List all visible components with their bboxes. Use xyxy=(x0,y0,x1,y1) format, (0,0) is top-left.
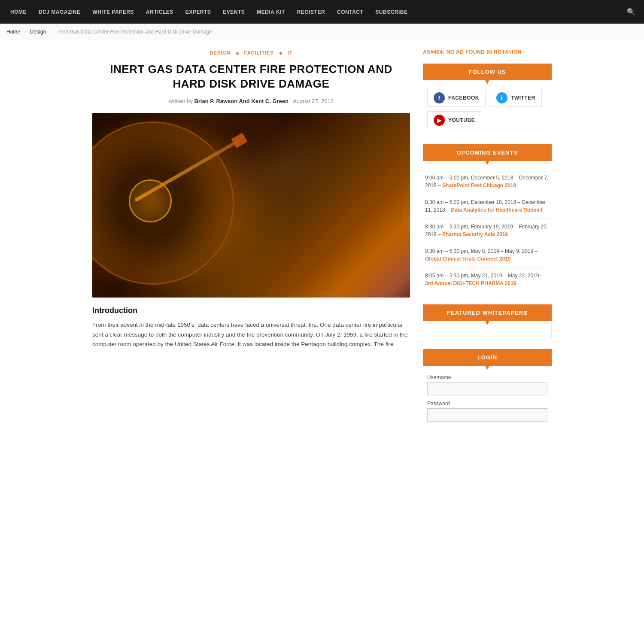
event-item-2: 8:30 am – 5:00 pm, December 10, 2018 – D… xyxy=(425,194,550,219)
upcoming-events-header: UPCOMING EVENTS xyxy=(423,144,552,161)
event-time-5: 8:05 am – 5:30 pm, May 21, 2019 – May 22… xyxy=(425,273,544,279)
article-meta: written by Brian P. Rawson And Kent C. G… xyxy=(92,98,410,104)
event-item-5: 8:05 am – 5:30 pm, May 21, 2019 – May 22… xyxy=(425,267,550,292)
intro-heading: Introduction xyxy=(92,306,410,315)
twitter-label: TWITTER xyxy=(511,95,535,101)
login-widget: LOGIN Username Password xyxy=(423,349,552,431)
article-date: August 27, 2012 xyxy=(293,98,334,104)
nav-dcj-magazine[interactable]: DCJ MAGAZINE xyxy=(33,0,86,24)
breadcrumb: Home › Design › Inert Gas Data Center Fi… xyxy=(0,24,644,40)
nav-home[interactable]: HOME xyxy=(4,0,33,24)
nav-contact[interactable]: CONTACT xyxy=(331,0,369,24)
hero-image xyxy=(92,113,410,298)
event-link-4[interactable]: Global Clinical Trials Connect 2019 xyxy=(425,256,510,262)
event-item-1: 9:00 am – 5:00 pm, December 5, 2018 – De… xyxy=(425,170,550,194)
event-link-3[interactable]: Pharma Security Asia 2019 xyxy=(442,231,508,237)
category-separator-1: ◆ xyxy=(236,51,239,55)
category-design[interactable]: DESIGN xyxy=(210,50,231,55)
written-by-label: written by xyxy=(169,98,193,104)
event-item-3: 8:30 am – 5:30 pm, February 19, 2019 – F… xyxy=(425,219,550,243)
event-time-4: 8:30 am – 5:30 pm, May 8, 2019 – May 9, … xyxy=(425,248,538,254)
username-input[interactable] xyxy=(427,382,547,395)
twitter-icon: t xyxy=(496,92,507,103)
category-tags: DESIGN ◆ FACILITIES ◆ IT xyxy=(92,49,410,56)
category-it[interactable]: IT xyxy=(288,50,293,55)
page-container: DESIGN ◆ FACILITIES ◆ IT INERT GAS DATA … xyxy=(86,40,558,450)
event-link-5[interactable]: 3rd Annual DIGI-TECH PHARMA 2019 xyxy=(425,280,516,286)
follow-us-widget: FOLLOW US f FACEBOOK t TWITTER ▶ YOUTUBE xyxy=(423,64,552,134)
breadcrumb-section[interactable]: Design xyxy=(30,29,46,35)
follow-us-header: FOLLOW US xyxy=(423,64,552,80)
twitter-button[interactable]: t TWITTER xyxy=(490,89,542,107)
breadcrumb-current: Inert Gas Data Center Fire Protection an… xyxy=(58,29,212,35)
article-author: Brian P. Rawson And Kent C. Green xyxy=(194,98,289,104)
password-field: Password xyxy=(427,401,547,422)
password-input[interactable] xyxy=(427,408,547,422)
event-item-4: 8:30 am – 5:30 pm, May 8, 2019 – May 9, … xyxy=(425,243,550,267)
facebook-button[interactable]: f FACEBOOK xyxy=(427,89,486,107)
upcoming-events-widget: UPCOMING EVENTS 9:00 am – 5:00 pm, Decem… xyxy=(423,144,552,294)
youtube-button[interactable]: ▶ YOUTUBE xyxy=(427,111,481,129)
main-nav: HOME DCJ MAGAZINE WHITE PAPERS ARTICLES … xyxy=(0,0,644,24)
featured-whitepapers-header: FEATURED WHITEPAPERS xyxy=(423,304,552,321)
nav-register[interactable]: REGISTER xyxy=(291,0,331,24)
event-link-2[interactable]: Data Analytics for Healthcare Summit xyxy=(451,207,543,213)
username-label: Username xyxy=(427,374,547,380)
breadcrumb-home[interactable]: Home xyxy=(6,29,20,35)
login-header: LOGIN xyxy=(423,349,552,366)
nav-subscribe[interactable]: SUBSCRIBE xyxy=(369,0,413,24)
search-icon[interactable]: 🔍 xyxy=(623,8,640,16)
facebook-label: FACEBOOK xyxy=(448,95,479,101)
login-form: Username Password xyxy=(423,366,552,431)
sidebar: AS#404: NO AD FOUND IN ROTATION FOLLOW U… xyxy=(423,49,552,442)
youtube-label: YOUTUBE xyxy=(448,117,475,123)
event-link-1[interactable]: SharePoint Fest Chicago 2018 xyxy=(442,182,516,188)
social-buttons: f FACEBOOK t TWITTER ▶ YOUTUBE xyxy=(423,80,552,134)
youtube-icon: ▶ xyxy=(434,115,445,126)
breadcrumb-separator-1: › xyxy=(24,29,26,35)
nav-articles[interactable]: ARTICLES xyxy=(140,0,179,24)
article-title: INERT GAS DATA CENTER FIRE PROTECTION AN… xyxy=(92,62,410,91)
main-content: DESIGN ◆ FACILITIES ◆ IT INERT GAS DATA … xyxy=(92,49,410,442)
events-list: 9:00 am – 5:00 pm, December 5, 2018 – De… xyxy=(423,161,552,294)
breadcrumb-separator-2: › xyxy=(50,29,52,35)
nav-experts[interactable]: EXPERTS xyxy=(179,0,217,24)
password-label: Password xyxy=(427,401,547,407)
username-field: Username xyxy=(427,374,547,395)
nav-events[interactable]: EVENTS xyxy=(217,0,251,24)
nav-white-papers[interactable]: WHITE PAPERS xyxy=(86,0,140,24)
facebook-icon: f xyxy=(434,92,445,103)
ad-placeholder: AS#404: NO AD FOUND IN ROTATION xyxy=(423,49,552,55)
category-facilities[interactable]: FACILITIES xyxy=(244,50,274,55)
nav-media-kit[interactable]: MEDIA KIT xyxy=(251,0,291,24)
featured-whitepapers-widget: FEATURED WHITEPAPERS xyxy=(423,304,552,338)
intro-text: From their advent in the mid-late 1950's… xyxy=(92,320,410,350)
category-separator-2: ◆ xyxy=(279,51,283,55)
